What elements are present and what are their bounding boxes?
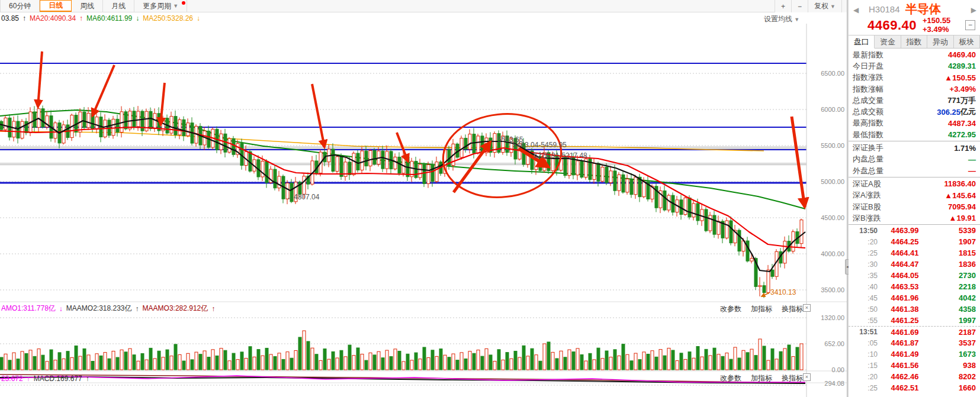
volume-bar — [149, 348, 152, 370]
volume-bar — [294, 351, 297, 370]
volume-bar — [17, 359, 20, 370]
tick-row: 13:514461.692187 — [849, 326, 980, 337]
volume-bar — [50, 350, 53, 370]
volume-bar — [468, 351, 471, 370]
price-axis-label: 6000.00 — [821, 106, 844, 113]
quote-row: 深证B股7095.94 — [849, 201, 980, 212]
candle-body — [112, 119, 115, 135]
candle-body — [332, 149, 335, 171]
tick-price: 4462.46 — [878, 372, 932, 381]
tab-period-5[interactable]: 更多周期▼ — [134, 0, 187, 12]
tab-period-4[interactable]: 月线 — [103, 0, 134, 12]
candle-body — [709, 215, 712, 231]
volume-bar — [58, 353, 61, 370]
tick-row: :204464.251907 — [849, 236, 980, 247]
quote-row-unit: 亿元 — [960, 106, 976, 117]
quote-header: ◀ ▶ H30184 半导体 4469.40 +150.55 +3.49% − — [849, 0, 980, 35]
tick-row: :054461.873537 — [849, 337, 980, 348]
tick-volume: 1815 — [959, 248, 976, 257]
tick-price: 4461.49 — [878, 350, 932, 359]
volume-bar — [568, 350, 571, 370]
volume-bar — [269, 354, 272, 370]
tick-time: :50 — [853, 305, 878, 314]
candle-body — [187, 123, 189, 136]
arrow-down-icon: ↓ — [136, 14, 139, 22]
volume-bar — [70, 357, 73, 370]
candle-body — [336, 157, 339, 172]
volume-bar — [286, 352, 289, 370]
tab-异动[interactable]: 异动 — [927, 35, 953, 48]
toolbar-button-1[interactable]: + — [775, 0, 791, 12]
kline-chart-canvas[interactable]: 6500.006000.005500.005000.004500.004000.… — [0, 24, 848, 397]
next-security-icon[interactable]: ▶ — [971, 6, 976, 14]
add-indicator-button[interactable]: 加指标 — [751, 373, 772, 383]
candle-body — [12, 121, 15, 137]
prev-security-icon[interactable]: ◀ — [853, 6, 859, 14]
candle-body — [618, 175, 621, 191]
tab-板块[interactable]: 板块 — [954, 35, 980, 48]
change-params-button[interactable]: 改参数 — [720, 304, 741, 314]
set-ma-button[interactable]: 设置均线 ▼ — [764, 14, 799, 24]
toolbar-button-3[interactable]: 复权▼ — [808, 0, 841, 12]
volume-bar — [336, 358, 339, 370]
candle-body — [423, 164, 426, 184]
close-icon[interactable]: × — [803, 304, 811, 312]
candle-body — [800, 220, 803, 244]
candle-body — [435, 162, 438, 182]
volume-bar — [348, 345, 351, 370]
candle-body — [597, 163, 600, 181]
candle-body — [4, 118, 7, 130]
tick-price: 4461.69 — [878, 328, 932, 337]
candle-body — [696, 204, 699, 221]
volume-bar — [282, 359, 285, 370]
arrow-up-icon: ↑ — [86, 375, 89, 383]
tick-price: 4461.25 — [878, 316, 932, 325]
volume-bar — [373, 355, 376, 370]
collapse-button[interactable]: − — [965, 20, 975, 30]
volume-bar — [12, 353, 15, 370]
tab-盘口[interactable]: 盘口 — [849, 35, 875, 49]
volume-bar — [609, 357, 612, 370]
candle-body — [178, 120, 181, 135]
toolbar-button-2[interactable]: − — [791, 0, 808, 12]
quote-row-value: 306.25 — [937, 108, 960, 117]
candle-body — [580, 161, 583, 177]
quote-row: 总成交量771万手 — [849, 95, 980, 106]
tick-list: 13:504463.995339:204464.251907:254464.41… — [849, 225, 980, 393]
candle-body — [717, 221, 720, 234]
tick-row: :254462.511660 — [849, 382, 980, 393]
tick-volume: 2187 — [959, 328, 976, 337]
volume-bar — [763, 346, 766, 370]
tab-资金[interactable]: 资金 — [875, 35, 901, 48]
volume-bar — [108, 359, 111, 370]
tab-period-3[interactable]: 周线 — [72, 0, 103, 12]
volume-bar — [224, 350, 227, 370]
candle-body — [274, 169, 277, 188]
tab-period-2[interactable]: 日线 — [40, 0, 72, 12]
tick-price: 4464.47 — [878, 260, 932, 269]
volume-bar — [99, 356, 102, 370]
tab-指数[interactable]: 指数 — [901, 35, 927, 48]
legend-value: 03.85 — [1, 14, 19, 22]
toolbar-button-label: 复权 — [814, 1, 828, 11]
candle-body — [95, 117, 98, 129]
tick-time: :10 — [853, 350, 878, 359]
close-icon[interactable]: × — [803, 373, 811, 381]
candle-body — [128, 111, 131, 129]
candle-body — [41, 109, 44, 127]
candle-body — [477, 136, 480, 153]
change-params-button[interactable]: 改参数 — [720, 373, 741, 383]
arrow-down-icon: ↓ — [197, 14, 200, 22]
arrow-up-icon: ↑ — [23, 14, 26, 22]
chevron-down-icon: ▼ — [830, 4, 836, 9]
tick-time: 13:51 — [853, 328, 878, 336]
tick-time: :25 — [853, 384, 878, 392]
low-pointer-arrow — [761, 293, 769, 296]
tick-row: :504461.384358 — [849, 304, 980, 315]
add-indicator-button[interactable]: 加指标 — [751, 304, 772, 314]
switch-indicator-button[interactable]: 换指标 — [782, 304, 803, 314]
tab-period-1[interactable]: 60分钟 — [0, 0, 40, 12]
tick-time: :40 — [853, 283, 878, 291]
tick-row: :304464.471836 — [849, 259, 980, 270]
switch-indicator-button[interactable]: 换指标 — [782, 373, 803, 383]
